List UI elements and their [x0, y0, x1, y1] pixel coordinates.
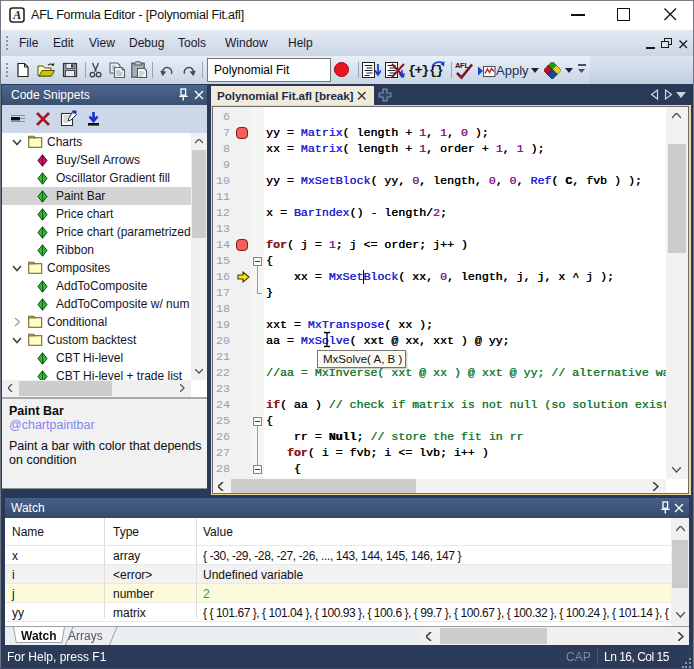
svg-text:A: A	[12, 8, 21, 22]
